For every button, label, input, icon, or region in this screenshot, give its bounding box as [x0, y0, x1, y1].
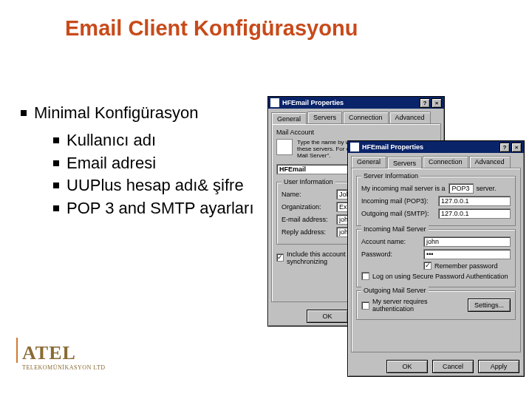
spa-checkbox[interactable] [361, 272, 369, 280]
tab-advanced[interactable]: Advanced [389, 112, 431, 123]
sub-bullet: Kullanıcı adı [66, 131, 156, 149]
sub-bullet: UUPlus hesap adı& şifre [66, 176, 244, 194]
sub-bullet: Email adresi [66, 154, 156, 172]
close-button[interactable]: × [432, 98, 442, 108]
cancel-button[interactable]: Cancel [432, 360, 474, 373]
server-information-legend: Server Information [361, 172, 420, 180]
server-type-label: My incoming mail server is a [361, 185, 446, 192]
logo: ATEL TELEKOMÜNİKASYON LTD [22, 342, 106, 371]
outgoing-input[interactable]: 127.0.0.1 [438, 208, 511, 219]
bullet-square-icon [53, 205, 59, 211]
bullet-square-icon [53, 160, 59, 166]
ok-button[interactable]: OK [307, 310, 348, 323]
bullet-square-icon [53, 183, 59, 188]
app-icon [270, 98, 279, 107]
incoming-label: Incoming mail (POP3): [361, 197, 435, 205]
incoming-mail-server-legend: Incoming Mail Server [361, 225, 429, 233]
remember-password-label: Remember password [434, 262, 498, 270]
server-type-value: POP3 [449, 183, 474, 194]
name-label: Name: [282, 191, 333, 198]
mail-account-icon [276, 139, 293, 155]
tab-connection[interactable]: Connection [343, 112, 389, 123]
close-button[interactable]: × [511, 143, 522, 152]
account-name-label: Account name: [361, 238, 420, 245]
dialog-button-row: OK Cancel Apply [348, 355, 524, 378]
tab-connection[interactable]: Connection [423, 156, 468, 168]
outgoing-mail-server-legend: Outgoing Mail Server [361, 287, 429, 294]
server-type-suffix: server. [477, 185, 497, 192]
bullet-square-icon [21, 110, 27, 116]
server-auth-checkbox[interactable] [361, 301, 369, 310]
remember-password-checkbox[interactable]: ✓ [423, 262, 432, 270]
organization-label: Organization: [282, 203, 333, 211]
spa-label: Log on using Secure Password Authenticat… [372, 273, 508, 280]
ok-button[interactable]: OK [386, 360, 428, 373]
tab-servers[interactable]: Servers [387, 157, 422, 168]
outgoing-label: Outgoing mail (SMTP): [361, 210, 435, 217]
sub-bullet: POP 3 and SMTP ayarları [66, 199, 254, 217]
apply-button[interactable]: Apply [478, 360, 519, 373]
main-bullet-text: Minimal Konfigürasyon [34, 103, 199, 122]
main-bullet: Minimal Konfigürasyon [21, 103, 199, 123]
window-title: HFEmail Properties [362, 143, 423, 151]
user-information-legend: User Information [282, 178, 335, 185]
titlebar[interactable]: HFEmail Properties ? × [268, 97, 444, 109]
sub-bullet-list: Kullanıcı adı Email adresi UUPlus hesap … [53, 130, 254, 220]
logo-name: ATEL [22, 342, 106, 364]
incoming-mail-server-group: Incoming Mail Server Account name: john … [356, 229, 516, 287]
password-input[interactable]: ••• [423, 249, 511, 259]
page-title: Email Client Konfigürasyonu [65, 16, 358, 41]
tab-strip: General Servers Connection Advanced [351, 156, 521, 168]
mail-account-heading: Mail Account [276, 129, 436, 136]
outgoing-mail-server-group: Outgoing Mail Server My server requires … [356, 290, 516, 320]
settings-button[interactable]: Settings... [468, 299, 511, 312]
logo-subtitle: TELEKOMÜNİKASYON LTD [22, 364, 106, 371]
tab-general[interactable]: General [351, 156, 386, 168]
reply-label: Reply address: [282, 228, 333, 236]
account-name-input[interactable]: john [423, 236, 511, 247]
server-information-group: Server Information My incoming mail serv… [356, 176, 516, 226]
email-label: E-mail address: [282, 216, 333, 223]
include-account-checkbox[interactable]: ✓ [276, 253, 284, 262]
bullet-square-icon [53, 137, 59, 143]
password-label: Password: [361, 250, 420, 258]
incoming-input[interactable]: 127.0.0.1 [438, 196, 511, 206]
help-button[interactable]: ? [420, 98, 430, 108]
tab-general[interactable]: General [271, 112, 307, 124]
tab-strip: General Servers Connection Advanced [271, 112, 441, 123]
tab-servers[interactable]: Servers [307, 112, 342, 123]
tab-pane: Server Information My incoming mail serv… [351, 168, 521, 352]
tab-advanced[interactable]: Advanced [469, 156, 511, 168]
window-title: HFEmail Properties [282, 99, 344, 106]
app-icon [350, 143, 359, 151]
titlebar[interactable]: HFEmail Properties ? × [348, 141, 524, 153]
server-auth-label: My server requires authentication [372, 298, 465, 313]
dialog-properties-servers: HFEmail Properties ? × General Servers C… [347, 140, 525, 377]
help-button[interactable]: ? [499, 143, 510, 152]
logo-bar-icon [16, 338, 18, 363]
